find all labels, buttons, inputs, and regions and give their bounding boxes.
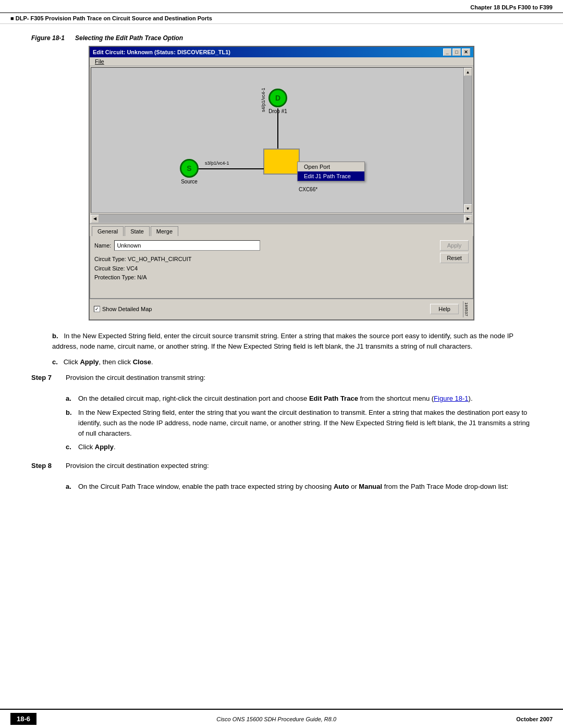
step-8a-auto: Auto bbox=[334, 483, 349, 490]
step-c-click: Click bbox=[64, 358, 80, 366]
step-c-dot: . bbox=[151, 358, 153, 366]
step-7a-body: On the detailed circuit map, right-click… bbox=[78, 393, 473, 404]
step-b-text: b. In the New Expected String field, ent… bbox=[52, 331, 532, 352]
context-open-port[interactable]: Open Port bbox=[298, 162, 364, 171]
breadcrumb-icon: ■ bbox=[10, 15, 14, 21]
circuit-map: D Drop #1 s4/p1/vc4-1 S Source s3/p1/vc4… bbox=[91, 67, 472, 213]
step-7: Step 7 Provision the circuit destination… bbox=[31, 373, 532, 455]
step-8-body: Provision the circuit destination expect… bbox=[66, 461, 532, 495]
maximize-button[interactable]: □ bbox=[452, 48, 461, 56]
footer-date: October 2007 bbox=[516, 716, 553, 722]
step-8a: a. On the Circuit Path Trace window, ena… bbox=[66, 482, 532, 492]
node-d-circle[interactable]: D bbox=[268, 89, 287, 107]
cxc-label: CXC66* bbox=[299, 187, 317, 192]
step-b-label: b. bbox=[52, 332, 58, 340]
step-c-close: Close bbox=[133, 358, 151, 366]
page-footer: 18-6 Cisco ONS 15600 SDH Procedure Guide… bbox=[0, 709, 563, 728]
scroll-track-v[interactable] bbox=[464, 76, 472, 204]
page-header: Chapter 18 DLPs F300 to F399 bbox=[0, 0, 563, 13]
step-b: b. In the New Expected String field, ent… bbox=[52, 331, 532, 352]
step-7b: b. In the New Expected String field, ent… bbox=[66, 408, 532, 439]
help-button[interactable]: Help bbox=[430, 304, 459, 314]
step-c-label: c. bbox=[52, 358, 58, 366]
step-7c-label: c. bbox=[66, 442, 74, 452]
node-s-label: Source bbox=[181, 179, 198, 184]
step-7b-text: In the New Expected String field, enter … bbox=[78, 408, 532, 439]
scroll-down-button[interactable]: ▼ bbox=[464, 204, 472, 213]
show-map-area: ✓ Show Detailed Map bbox=[94, 306, 152, 312]
tab-state[interactable]: State bbox=[125, 226, 150, 236]
show-map-checkbox[interactable]: ✓ bbox=[94, 306, 100, 312]
dialog-menubar: File bbox=[90, 57, 473, 66]
apply-button[interactable]: Apply bbox=[440, 240, 469, 251]
titlebar-buttons: _ □ ✕ bbox=[443, 48, 470, 56]
breadcrumb-text: DLP- F305 Provision Path Trace on Circui… bbox=[16, 15, 212, 21]
step-8a-label: a. bbox=[66, 482, 74, 492]
tab-merge[interactable]: Merge bbox=[151, 226, 178, 236]
main-content: Figure 18-1 Selecting the Edit Path Trac… bbox=[0, 24, 563, 511]
circuit-size: Circuit Size: VC4 bbox=[94, 264, 469, 274]
name-label: Name: bbox=[94, 242, 111, 249]
footer-center-text: Cisco ONS 15600 SDH Procedure Guide, R8.… bbox=[216, 716, 336, 722]
node-s-circle[interactable]: S bbox=[180, 159, 199, 178]
dialog-titlebar: Edit Circuit: Unknown (Status: DISCOVERE… bbox=[90, 47, 473, 57]
step-7a-bold: Edit Path Trace bbox=[309, 394, 358, 402]
step-7-body: Provision the circuit destination transm… bbox=[66, 373, 532, 455]
step-7-label: Step 7 bbox=[31, 373, 57, 455]
scroll-track-h[interactable] bbox=[99, 215, 464, 223]
circuit-info: Circuit Type: VC_HO_PATH_CIRCUIT Circuit… bbox=[94, 255, 469, 282]
rotated-label-d: s4/p1/vc4-1 bbox=[261, 88, 266, 112]
step-8a-body: On the Circuit Path Trace window, enable… bbox=[78, 482, 508, 492]
step-c-then: , then click bbox=[99, 358, 133, 366]
scroll-up-button[interactable]: ▲ bbox=[464, 68, 472, 76]
tabs-area: General State Merge bbox=[90, 224, 473, 236]
context-edit-path-trace[interactable]: Edit J1 Path Trace bbox=[298, 171, 364, 181]
chapter-title: Chapter 18 DLPs F300 to F399 bbox=[470, 4, 553, 10]
step-7a: a. On the detailed circuit map, right-cl… bbox=[66, 393, 532, 404]
figure-caption: Figure 18-1 Selecting the Edit Path Trac… bbox=[31, 34, 532, 42]
node-s: S Source bbox=[180, 159, 199, 184]
reset-button[interactable]: Reset bbox=[440, 253, 469, 263]
figure-number: Figure 18-1 bbox=[31, 34, 65, 42]
close-button[interactable]: ✕ bbox=[462, 48, 470, 56]
breadcrumb-bar: ■ DLP- F305 Provision Path Trace on Circ… bbox=[0, 13, 563, 24]
sidebar-number: 189537 bbox=[463, 301, 469, 317]
step-8-intro: Provision the circuit destination expect… bbox=[66, 461, 532, 471]
step-7a-label: a. bbox=[66, 393, 74, 404]
apply-reset-buttons: Apply Reset bbox=[440, 240, 469, 263]
step-c-apply: Apply bbox=[80, 358, 99, 366]
step-7c-bold: Apply bbox=[95, 443, 114, 451]
menu-file[interactable]: File bbox=[92, 57, 107, 66]
circuit-type: Circuit Type: VC_HO_PATH_CIRCUIT bbox=[94, 255, 469, 264]
tab-general[interactable]: General bbox=[92, 226, 124, 236]
source-port-label: s3/p1/vc4-1 bbox=[205, 161, 229, 166]
horizontal-scrollbar[interactable]: ◀ ▶ bbox=[91, 214, 472, 223]
scroll-left-button[interactable]: ◀ bbox=[91, 215, 99, 223]
scroll-right-button[interactable]: ▶ bbox=[464, 215, 472, 223]
minimize-button[interactable]: _ bbox=[443, 48, 451, 56]
name-row: Name: bbox=[94, 240, 469, 251]
figure-title: Selecting the Edit Path Trace Option bbox=[75, 34, 183, 42]
destination-port-box[interactable] bbox=[263, 149, 300, 175]
name-input[interactable] bbox=[114, 240, 260, 251]
step-8: Step 8 Provision the circuit destination… bbox=[31, 461, 532, 495]
step-7c: c. Click Apply. bbox=[66, 442, 532, 452]
bottom-bar: ✓ Show Detailed Map Help 189537 bbox=[90, 299, 473, 319]
step-content: b. In the New Expected String field, ent… bbox=[31, 331, 532, 496]
tab-content: Apply Reset Name: Circuit Type: VC_HO_PA… bbox=[90, 236, 473, 299]
horizontal-line-s bbox=[199, 168, 264, 169]
step-7b-label: b. bbox=[66, 408, 74, 439]
context-menu: Open Port Edit J1 Path Trace bbox=[297, 162, 365, 181]
dialog-window: Edit Circuit: Unknown (Status: DISCOVERE… bbox=[89, 46, 474, 320]
step-7-intro: Provision the circuit destination transm… bbox=[66, 373, 532, 383]
show-map-label: Show Detailed Map bbox=[102, 306, 152, 312]
step-7c-body: Click Apply. bbox=[78, 442, 116, 452]
step-8-label: Step 8 bbox=[31, 461, 57, 495]
dialog-title: Edit Circuit: Unknown (Status: DISCOVERE… bbox=[93, 49, 230, 55]
step-c: c. Click Apply, then click Close. bbox=[52, 357, 532, 367]
page-number: 18-6 bbox=[10, 713, 36, 725]
step-7a-link[interactable]: Figure 18-1 bbox=[434, 394, 468, 402]
protection-type: Protection Type: N/A bbox=[94, 273, 469, 282]
step-8a-manual: Manual bbox=[359, 483, 382, 490]
vertical-scrollbar[interactable]: ▲ ▼ bbox=[463, 68, 472, 213]
